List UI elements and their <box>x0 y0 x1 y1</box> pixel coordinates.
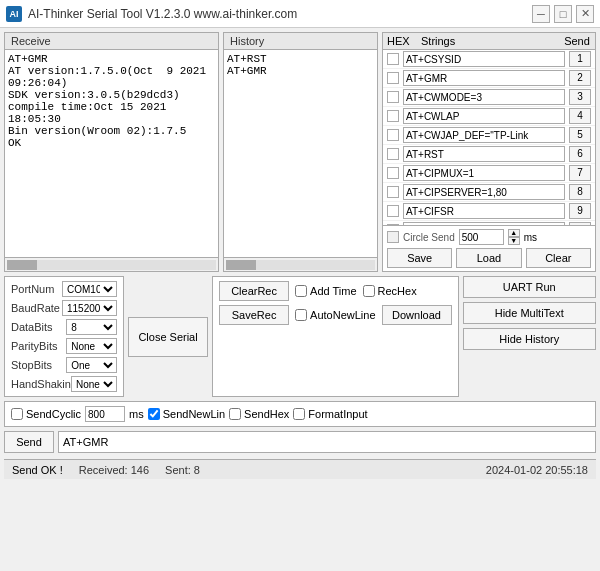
receive-scrollbar-track[interactable] <box>7 260 216 270</box>
handshaking-select[interactable]: None <box>71 376 117 392</box>
mt-input-4[interactable] <box>403 108 565 124</box>
baudrate-select[interactable]: 115200 <box>62 300 117 316</box>
sendhex-label[interactable]: SendHex <box>229 408 289 420</box>
circle-send-input[interactable] <box>459 229 504 245</box>
sendcyclic-label[interactable]: SendCyclic <box>11 408 81 420</box>
middle-controls: ClearRec Add Time RecHex SaveRec AutoNew… <box>212 276 458 397</box>
receive-scrollbar[interactable] <box>5 257 218 271</box>
paritybits-select[interactable]: None <box>66 338 117 354</box>
rechex-label[interactable]: RecHex <box>363 285 417 297</box>
autonewline-label[interactable]: AutoNewLine <box>295 309 375 321</box>
mt-input-2[interactable] <box>403 70 565 86</box>
multitext-rows: 12345678910111213 <box>383 50 595 225</box>
setting-databits: DataBits 8 <box>11 319 117 335</box>
settings-panel: PortNum COM10 BaudRate 115200 DataBits 8… <box>4 276 124 397</box>
mt-input-6[interactable] <box>403 146 565 162</box>
setting-baudrate: BaudRate 115200 <box>11 300 117 316</box>
mt-checkbox-2[interactable] <box>387 72 399 84</box>
mt-checkbox-4[interactable] <box>387 110 399 122</box>
history-scrollbar-track[interactable] <box>226 260 375 270</box>
mt-checkbox-1[interactable] <box>387 53 399 65</box>
mt-input-3[interactable] <box>403 89 565 105</box>
add-time-checkbox[interactable] <box>295 285 307 297</box>
mt-send-btn-1[interactable]: 1 <box>569 51 591 67</box>
app-icon: AI <box>6 6 22 22</box>
sendhex-checkbox[interactable] <box>229 408 241 420</box>
send-input-field[interactable] <box>58 431 596 453</box>
mt-send-btn-2[interactable]: 2 <box>569 70 591 86</box>
add-time-label[interactable]: Add Time <box>295 285 356 297</box>
mid-row-1: ClearRec Add Time RecHex <box>219 281 451 301</box>
send-ok-status: Send OK ! <box>12 464 63 476</box>
close-button[interactable]: ✕ <box>576 5 594 23</box>
mt-checkbox-9[interactable] <box>387 205 399 217</box>
title-bar-left: AI AI-Thinker Serial Tool V1.2.3.0 www.a… <box>6 6 297 22</box>
multitext-clear-button[interactable]: Clear <box>526 248 591 268</box>
mid-row-2: SaveRec AutoNewLine Download <box>219 305 451 325</box>
setting-paritybits: ParityBits None <box>11 338 117 354</box>
circle-send-checkbox[interactable] <box>387 231 399 243</box>
sendnewlin-checkbox[interactable] <box>148 408 160 420</box>
mt-checkbox-8[interactable] <box>387 186 399 198</box>
autonewline-checkbox[interactable] <box>295 309 307 321</box>
hide-multitext-button[interactable]: Hide MultiText <box>463 302 596 324</box>
mt-input-9[interactable] <box>403 203 565 219</box>
circle-send-ms-label: ms <box>524 232 537 243</box>
mt-checkbox-7[interactable] <box>387 167 399 179</box>
formatinput-checkbox[interactable] <box>293 408 305 420</box>
history-scrollbar[interactable] <box>224 257 377 271</box>
history-panel-header: History <box>224 33 377 50</box>
mt-input-7[interactable] <box>403 165 565 181</box>
multitext-load-button[interactable]: Load <box>456 248 521 268</box>
mt-send-btn-6[interactable]: 6 <box>569 146 591 162</box>
mt-send-btn-8[interactable]: 8 <box>569 184 591 200</box>
mt-send-btn-3[interactable]: 3 <box>569 89 591 105</box>
hide-history-button[interactable]: Hide History <box>463 328 596 350</box>
mt-checkbox-6[interactable] <box>387 148 399 160</box>
history-panel-content[interactable]: AT+RST AT+GMR <box>224 50 377 257</box>
handshaking-label: HandShaking <box>11 378 71 390</box>
history-scrollbar-thumb[interactable] <box>226 260 256 270</box>
receive-panel-content[interactable]: AT+GMR AT version:1.7.5.0(Oct 9 2021 09:… <box>5 50 218 257</box>
mt-input-1[interactable] <box>403 51 565 67</box>
mt-checkbox-3[interactable] <box>387 91 399 103</box>
datetime-status: 2024-01-02 20:55:18 <box>486 464 588 476</box>
spin-down-button[interactable]: ▼ <box>508 237 520 245</box>
saverec-button[interactable]: SaveRec <box>219 305 289 325</box>
databits-select[interactable]: 8 <box>66 319 117 335</box>
sendcyclic-text: SendCyclic <box>26 408 81 420</box>
multitext-header-row: HEX Strings Send <box>383 33 595 50</box>
portnum-select[interactable]: COM10 <box>62 281 117 297</box>
mt-send-btn-7[interactable]: 7 <box>569 165 591 181</box>
formatinput-label[interactable]: FormatInput <box>293 408 367 420</box>
close-serial-button[interactable]: Close Serial <box>128 317 208 357</box>
setting-stopbits: StopBits One <box>11 357 117 373</box>
sendcyclic-checkbox[interactable] <box>11 408 23 420</box>
uart-run-button[interactable]: UART Run <box>463 276 596 298</box>
mt-checkbox-5[interactable] <box>387 129 399 141</box>
multitext-row: 7 <box>383 164 595 183</box>
maximize-button[interactable]: □ <box>554 5 572 23</box>
spin-up-button[interactable]: ▲ <box>508 229 520 237</box>
multitext-col-send-label: Send <box>563 35 591 47</box>
mt-input-8[interactable] <box>403 184 565 200</box>
mt-input-5[interactable] <box>403 127 565 143</box>
clearrec-button[interactable]: ClearRec <box>219 281 289 301</box>
send-button[interactable]: Send <box>4 431 54 453</box>
mt-send-btn-4[interactable]: 4 <box>569 108 591 124</box>
panels-row: Receive AT+GMR AT version:1.7.5.0(Oct 9 … <box>4 32 596 272</box>
ms-value-input[interactable] <box>85 406 125 422</box>
sendnewlin-label[interactable]: SendNewLin <box>148 408 225 420</box>
title-bar: AI AI-Thinker Serial Tool V1.2.3.0 www.a… <box>0 0 600 28</box>
rechex-checkbox[interactable] <box>363 285 375 297</box>
mt-send-btn-5[interactable]: 5 <box>569 127 591 143</box>
download-button[interactable]: Download <box>382 305 452 325</box>
autonewline-text: AutoNewLine <box>310 309 375 321</box>
circle-send-spinner[interactable]: ▲ ▼ <box>508 229 520 245</box>
minimize-button[interactable]: ─ <box>532 5 550 23</box>
receive-scrollbar-thumb[interactable] <box>7 260 37 270</box>
multitext-save-button[interactable]: Save <box>387 248 452 268</box>
stopbits-select[interactable]: One <box>66 357 117 373</box>
add-time-text: Add Time <box>310 285 356 297</box>
mt-send-btn-9[interactable]: 9 <box>569 203 591 219</box>
